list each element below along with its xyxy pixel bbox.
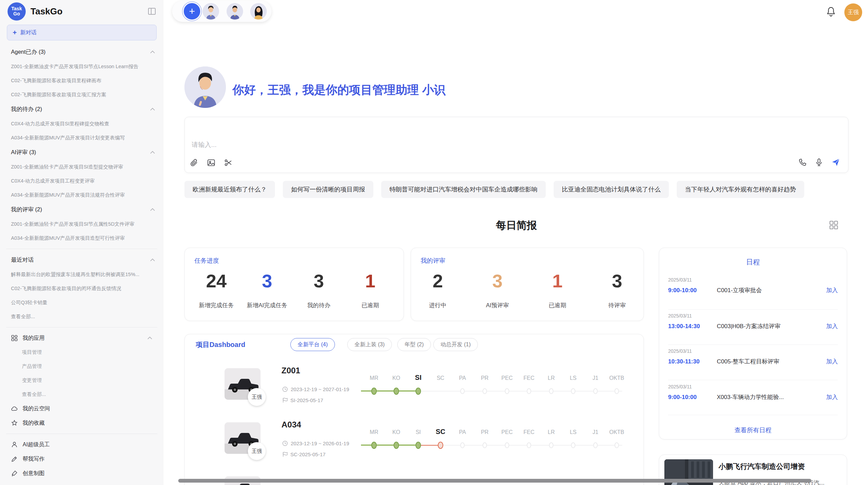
clock-icon — [282, 440, 288, 446]
schedule-title: 日程 — [659, 258, 847, 267]
add-agent-button[interactable]: + — [184, 3, 200, 20]
suggestion-chip[interactable]: 如何写一份清晰的项目周报 — [283, 181, 373, 198]
cloud-space-label: 我的云空间 — [23, 405, 50, 412]
section-header-my-review[interactable]: 我的评审 (2) — [6, 202, 157, 217]
ai-super-staff-label: AI超级员工 — [23, 441, 50, 448]
layout-grid-icon[interactable] — [829, 220, 839, 230]
sidebar-item[interactable]: C0X4-动力总成开发项目工程变更评审 — [6, 174, 157, 188]
milestone-label: SC — [437, 375, 444, 381]
sidebar-item-help-me-write[interactable]: 帮我写作 — [6, 452, 157, 466]
join-link[interactable]: 加入 — [826, 393, 838, 401]
suggestion-chip[interactable]: 特朗普可能对进口汽车增税会对中国车企造成哪些影响 — [381, 181, 546, 198]
sidebar-item[interactable]: Z001-全新燃油轻卡产品开发项目SI节点属性5D文件评审 — [6, 217, 157, 231]
sidebar-item[interactable]: C02-飞腾新能源轻客改款项目立项汇报方案 — [6, 88, 157, 102]
horizontal-scrollbar[interactable] — [178, 479, 811, 483]
stat-overdue: 1 已逾期 — [345, 271, 396, 309]
sidebar-item[interactable]: A034-全新新能源MUV产品开发项目造型可行性评审 — [6, 231, 157, 245]
chat-input-box[interactable]: 请输入... — [184, 117, 848, 173]
milestone-dot-pending — [505, 388, 509, 394]
send-icon[interactable] — [831, 158, 841, 167]
agent-avatar-3[interactable] — [250, 3, 267, 20]
favorites-label: 我的收藏 — [23, 420, 45, 427]
app-logo: Task Go — [8, 2, 26, 21]
clock-icon — [282, 386, 288, 392]
sidebar-item[interactable]: A034-全新新能源MUV产品开发项目计划变更表编写 — [6, 131, 157, 145]
chevron-up-icon — [150, 50, 155, 54]
project-flag: SI-2025-05-17 — [282, 397, 323, 403]
tab-platform[interactable]: 全新平台 (4) — [290, 338, 335, 351]
sidebar-item[interactable]: C0X4-动力总成开发项目SI里程碑提交物检查 — [6, 117, 157, 131]
tab-model-year[interactable]: 年型 (2) — [397, 338, 431, 351]
project-dashboard-card: 项目Dashboard 全新平台 (4) 全新上装 (3) 年型 (2) 动总开… — [184, 334, 644, 485]
creative-draw-label: 创意制图 — [23, 470, 45, 477]
schedule-divider — [668, 380, 838, 380]
sidebar-item-product-mgmt[interactable]: 产品管理 — [6, 359, 157, 373]
milestone-label: PEC — [502, 429, 513, 435]
agent-avatar-2[interactable] — [227, 3, 243, 20]
milestone-dot-current-overdue — [438, 442, 443, 449]
phone-icon[interactable] — [798, 158, 807, 167]
sidebar-item[interactable]: Z001-全新燃油皮卡产品开发项目SI节点Lesson Learn报告 — [6, 60, 157, 74]
sidebar-item-ai-super-staff[interactable]: AI超级员工 — [6, 437, 157, 452]
new-chat-button[interactable]: + 新对话 — [7, 25, 157, 40]
join-link[interactable]: 加入 — [826, 358, 838, 365]
join-link[interactable]: 加入 — [826, 286, 838, 294]
project-dates-text: 2023-12-19 ~ 2027-01-19 — [291, 386, 349, 392]
recent-chat-item[interactable]: 公司Q3轻卡销量 — [6, 296, 157, 310]
greeting-text: 你好，王强，我是你的项目管理助理 小识 — [232, 82, 445, 98]
owner-name: 王强 — [252, 394, 262, 400]
microphone-icon[interactable] — [815, 158, 823, 167]
recent-chat-item[interactable]: C02-飞腾新能源轻客改款项目的闭环通告反馈情况 — [6, 282, 157, 296]
sidebar-item[interactable]: Z001-全新燃油轻卡产品开发项目SI造型提交物评审 — [6, 160, 157, 174]
section-header-ai-review[interactable]: AI评审 (3) — [6, 145, 157, 160]
sidebar-item-creative-draw[interactable]: 创意制图 — [6, 466, 157, 481]
view-all-schedule-link[interactable]: 查看所有日程 — [659, 426, 847, 434]
app-title: TaskGo — [31, 6, 62, 17]
sidebar-collapse-icon[interactable] — [148, 8, 156, 15]
sidebar-item-project-mgmt[interactable]: 项目管理 — [6, 345, 157, 359]
dashboard-title: 项目Dashboard — [196, 340, 245, 349]
suggestion-chip[interactable]: 比亚迪全固态电池计划具体说了什么 — [554, 181, 669, 198]
sidebar-item[interactable]: A034-全新新能源MUV产品开发项目法规符合性评审 — [6, 188, 157, 202]
user-avatar[interactable]: 王强 — [844, 3, 862, 21]
section-header-my-todo[interactable]: 我的待办 (2) — [6, 102, 157, 117]
main-area: + — [164, 0, 868, 485]
section-header-recent-chats[interactable]: 最近对话 — [6, 252, 157, 268]
scissors-icon[interactable] — [224, 158, 233, 167]
schedule-entry: 2025/03/11 13:00-14:30 C003|H0B-方案冻结评审 加… — [668, 313, 838, 330]
help-me-write-label: 帮我写作 — [23, 456, 45, 463]
image-icon[interactable] — [207, 158, 216, 167]
milestone-dot-pending — [615, 388, 619, 394]
flag-icon — [282, 397, 288, 403]
notification-bell-icon[interactable] — [826, 6, 836, 17]
section-header-agent-done[interactable]: Agent已办 (3) — [6, 45, 157, 60]
pencil-icon — [11, 456, 18, 462]
milestone-dot-pending — [549, 388, 554, 394]
recent-view-all-link[interactable]: 查看全部... — [6, 310, 157, 324]
attachment-icon[interactable] — [190, 158, 198, 167]
suggestion-chip[interactable]: 当下年轻人对汽车外观有怎样的喜好趋势 — [677, 181, 804, 198]
tab-powertrain[interactable]: 动总开发 (1) — [433, 338, 478, 351]
sidebar-item-change-mgmt[interactable]: 变更管理 — [6, 373, 157, 387]
join-link[interactable]: 加入 — [826, 322, 838, 330]
stat-review-overdue: 1 已逾期 — [532, 271, 583, 309]
project-owner-badge: 王强 — [248, 442, 266, 460]
sidebar-item-cloud-space[interactable]: 我的云空间 — [6, 401, 157, 416]
suggestion-chip[interactable]: 欧洲新规最近颁布了什么？ — [184, 181, 275, 198]
stat-value: 3 — [472, 271, 523, 291]
tab-upfit[interactable]: 全新上装 (3) — [347, 338, 392, 351]
milestone-dot-pending — [483, 388, 487, 394]
sidebar-item-favorites[interactable]: 我的收藏 — [6, 416, 157, 430]
daily-briefing-title: 每日简报 — [184, 219, 848, 233]
stat-pending-review: 3 待评审 — [591, 271, 643, 309]
apps-view-all-link[interactable]: 查看全部... — [6, 387, 157, 401]
agent-avatar-1[interactable] — [203, 3, 219, 20]
stat-value: 2 — [412, 271, 463, 291]
schedule-date: 2025/03/11 — [668, 348, 838, 354]
sidebar-item[interactable]: C02-飞腾新能源轻客改款项目里程碑画布 — [6, 74, 157, 88]
avatar-man-illustration — [227, 3, 243, 20]
schedule-time: 13:00-14:30 — [668, 323, 717, 330]
recent-chat-item[interactable]: 解释最新出台的欧盟报废车法规再生塑料比例被调至15%... — [6, 268, 157, 282]
milestone-dot-done — [394, 442, 399, 449]
sidebar-item-my-apps[interactable]: 我的应用 — [6, 331, 157, 345]
